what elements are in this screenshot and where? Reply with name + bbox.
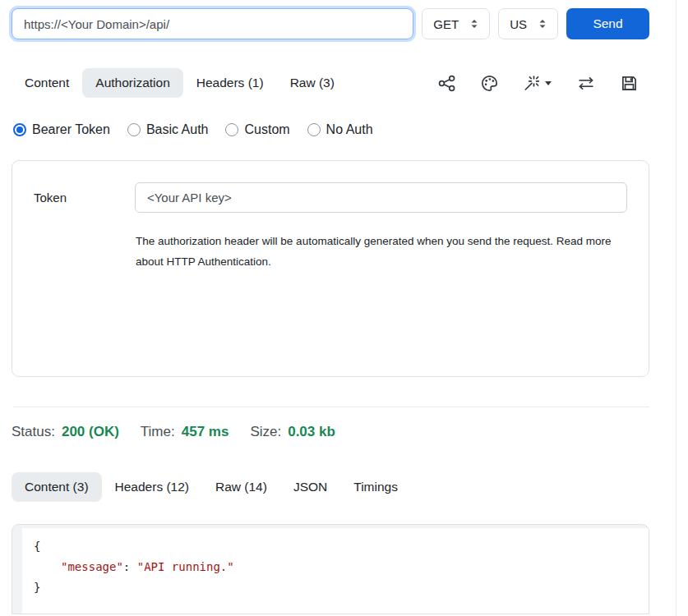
response-tabs: Content (3) Headers (12) Raw (14) JSON T… [0,472,688,502]
send-button[interactable]: Send [566,8,649,39]
time-label: Time: [141,424,175,440]
share-icon[interactable] [438,75,455,92]
status-item: Status: 200 (OK) [12,424,119,440]
tab-response-headers[interactable]: Headers (12) [102,472,202,502]
tab-response-timings[interactable]: Timings [340,472,411,502]
radio-label: No Auth [326,122,373,137]
method-select-value: GET [433,17,459,31]
radio-unselected-icon [225,123,238,136]
palette-icon[interactable] [481,75,498,92]
json-open-brace: { [34,540,40,553]
radio-label: Basic Auth [146,122,209,137]
swap-arrows-icon[interactable] [577,75,595,92]
tab-content[interactable]: Content [12,68,82,98]
tab-authorization[interactable]: Authorization [82,68,182,98]
json-response: { "message": "API running." } [34,536,637,598]
stepper-arrows-icon [470,18,478,30]
region-select[interactable]: US [498,8,558,39]
toolbar-icons [438,75,638,92]
tab-response-content[interactable]: Content (3) [12,472,102,502]
radio-selected-icon [13,123,26,136]
tab-response-json[interactable]: JSON [280,472,340,502]
magic-wand-dropdown-icon[interactable] [524,75,552,92]
request-tabs: Content Authorization Headers (1) Raw (3… [12,68,348,98]
json-line: "message": "API running." [34,560,234,573]
stepper-arrows-icon [538,18,547,30]
json-close-brace: } [34,581,40,594]
time-value: 457 ms [182,424,229,440]
radio-label: Custom [244,122,289,137]
tab-raw[interactable]: Raw (3) [277,68,348,98]
save-icon[interactable] [621,75,638,92]
token-row: Token [34,182,627,213]
json-value: "API running." [137,560,234,573]
response-body-block: { "message": "API running." } [12,524,649,614]
tab-headers[interactable]: Headers (1) [183,68,277,98]
status-value: 200 (OK) [62,424,119,440]
radio-custom[interactable]: Custom [225,122,289,137]
method-select[interactable]: GET [422,8,490,39]
bearer-token-panel: Token The authorization header will be a… [12,160,649,377]
radio-basic-auth[interactable]: Basic Auth [127,122,209,137]
token-help-text: The authorization header will be automat… [136,231,627,272]
response-body-code[interactable]: { "message": "API running." } [22,528,649,614]
radio-bearer-token[interactable]: Bearer Token [13,122,110,137]
radio-label: Bearer Token [32,122,110,137]
time-item: Time: 457 ms [141,424,229,440]
region-select-value: US [510,17,527,31]
api-client-page: GET US Send Content Authorization Header… [0,0,688,616]
panel-edge-divider [676,0,676,616]
request-tabs-row: Content Authorization Headers (1) Raw (3… [0,68,688,98]
status-label: Status: [12,424,55,440]
tab-response-raw[interactable]: Raw (14) [202,472,280,502]
url-input[interactable] [12,8,413,39]
token-input[interactable] [135,182,627,213]
chevron-down-icon [545,81,552,85]
request-bar: GET US Send [0,0,688,39]
auth-type-options: Bearer Token Basic Auth Custom No Auth [0,122,688,137]
section-divider [13,407,649,407]
json-key: "message" [61,560,123,573]
size-label: Size: [250,424,281,440]
radio-unselected-icon [127,123,141,136]
json-colon: : [123,560,137,573]
size-value: 0.03 kb [288,424,335,440]
radio-no-auth[interactable]: No Auth [307,122,373,137]
token-label: Token [34,191,135,205]
radio-unselected-icon [307,123,321,136]
response-status-row: Status: 200 (OK) Time: 457 ms Size: 0.03… [0,424,688,440]
size-item: Size: 0.03 kb [250,424,335,440]
